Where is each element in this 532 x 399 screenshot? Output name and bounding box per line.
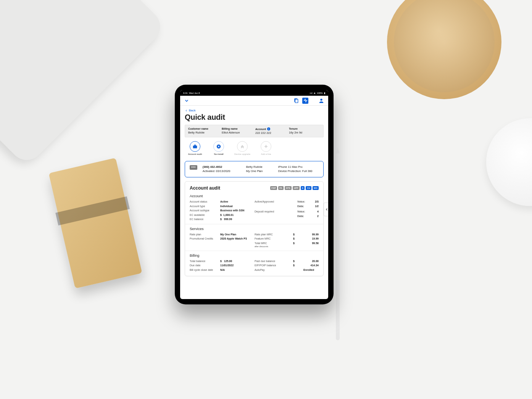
badge-d[interactable]: D [301, 186, 305, 190]
ipad-screen: 9:41 Wed Jun 8 ••ıl ◈ 100% ▮ [180, 90, 328, 299]
past-due-label: Past due balance [255, 259, 281, 264]
action-no-install[interactable]: No-install [210, 141, 227, 156]
user-icon[interactable] [318, 98, 324, 104]
line-name: Betty Rubble [246, 165, 273, 169]
chevron-up-double-icon [240, 144, 245, 149]
total-balance-label: Total balance [190, 259, 205, 264]
voice-label: Voice: [297, 200, 309, 204]
page-title: Quick audit [185, 113, 324, 122]
action-add-a-line[interactable]: Add a line [257, 141, 275, 156]
badge-eps[interactable]: EPS [285, 186, 292, 190]
plus-icon [263, 144, 269, 149]
top-bar [180, 96, 328, 106]
action-no-install-label: No-install [214, 153, 223, 156]
data-value: 1/2 [309, 204, 319, 209]
background-laptop [0, 0, 167, 167]
action-device-upgrade-label: Device upgrade [234, 153, 250, 156]
data-label: Data: [297, 204, 309, 209]
status-date: Wed Jun 8 [189, 92, 200, 94]
account-info-bar: Customer name Betty Rubble Billing name … [185, 125, 324, 137]
deposit-data-value: 2 [309, 214, 319, 219]
action-account-audit-label: Account audit [188, 153, 202, 156]
section-billing-title: Billing [190, 253, 319, 257]
status-bar: 9:41 Wed Jun 8 ••ıl ◈ 100% ▮ [180, 90, 328, 96]
rate-plan-value: My One Plan [220, 232, 251, 237]
line-activated: Activated: 03/13/2020 [203, 169, 241, 174]
billing-name-value: Elliot Alderson [222, 131, 248, 134]
action-row: Account audit No-install Device upgrade … [186, 141, 324, 156]
account-type-label: Account type [190, 204, 205, 209]
briefcase-icon [192, 144, 198, 149]
account-audit-title: Account audit [190, 185, 220, 191]
section-services-title: Services [190, 227, 319, 231]
badge-hpp[interactable]: HPP [293, 186, 300, 190]
badge-fdp[interactable]: FDP [270, 186, 277, 190]
rate-mrc-value: 99.99 [309, 232, 319, 237]
background-wood-disc [387, 0, 501, 99]
active-approved-label: Active/Approved [255, 200, 281, 204]
autopay-value: Enrolled [303, 268, 319, 272]
customer-name-label: Customer name [188, 127, 215, 130]
expand-button[interactable] [184, 98, 189, 103]
bill-cycle-label: Bill cycle close date [190, 268, 213, 272]
account-status-value: Active [220, 200, 251, 204]
due-date-label: Due date [190, 263, 200, 268]
eip-label: EIP/POIP balance [255, 263, 281, 268]
background-shell [486, 118, 532, 206]
badge-ch[interactable]: CH [306, 186, 311, 190]
account-audit-card: Account audit FDPPAEPSHPPDCHWO Account A… [185, 181, 324, 276]
past-due-value: 20.00 [309, 259, 319, 264]
svg-point-2 [320, 98, 322, 100]
status-right: ••ıl ◈ 100% ▮ [310, 92, 325, 94]
line-device: iPhone 11 Max Pro [278, 165, 313, 169]
ec-balance-value: 999.99 [224, 218, 232, 220]
account-label: Account [255, 128, 266, 130]
voi-badge: VOI [190, 165, 197, 170]
deposit-required-label: Deposit required [255, 209, 281, 214]
side-panel-toggle[interactable] [324, 203, 328, 216]
back-button[interactable]: Back [185, 109, 324, 112]
account-subtype-label: Account subtype [190, 208, 210, 213]
billing-name-label: Billing name [222, 127, 248, 130]
account-value: 222 222 222 [255, 131, 282, 135]
line-card[interactable]: VOI (360) 432-4932 Activated: 03/13/2020… [185, 161, 324, 177]
promo-credits-label: Promotional Credits [190, 237, 213, 241]
deposit-voice-value: 4 [309, 209, 319, 214]
promo-credits-value: 2020 Apple Watch P3 [220, 237, 251, 241]
tenure-label: Tenure [289, 127, 316, 130]
pulse-icon[interactable] [302, 98, 308, 104]
status-time: 9:41 [183, 92, 188, 94]
svg-rect-1 [295, 99, 298, 103]
line-plan: My One Plan [246, 169, 273, 174]
account-status-label: Account status [190, 200, 207, 204]
account-type-value: Individual [220, 204, 251, 209]
badge-row: FDPPAEPSHPPDCHWO [270, 186, 319, 190]
ec-available-value: 1,000.01 [223, 214, 234, 216]
badge-pa[interactable]: PA [278, 186, 284, 190]
account-subtype-value: Business with SSN [220, 208, 251, 213]
svg-rect-3 [193, 146, 197, 148]
wifi-icon: ◈ [314, 92, 316, 94]
total-balance-value: 125.00 [224, 260, 232, 262]
background-wood-stand [48, 158, 142, 289]
billing-name-field: Billing name Elliot Alderson [222, 127, 248, 135]
after-discounts-label: after discounts [255, 245, 281, 248]
main-content: Back Quick audit Customer name Betty Rub… [180, 106, 328, 299]
rate-plan-label: Rate plan [190, 232, 201, 237]
feature-mrc-label: Feature MRC [255, 237, 281, 241]
info-icon[interactable]: i [267, 127, 270, 130]
rate-mrc-label: Rate plan MRC [255, 232, 281, 237]
voice-value: 2/3 [309, 200, 319, 204]
action-account-audit[interactable]: Account audit [186, 141, 204, 156]
back-label: Back [189, 109, 196, 112]
total-mrc-value: 99.58 [309, 241, 319, 246]
customer-name-value: Betty Rubble [188, 131, 215, 134]
action-add-a-line-label: Add a line [261, 153, 271, 156]
signal-icon: ••ıl [310, 92, 312, 94]
account-number-field: Accounti 222 222 222 [255, 127, 282, 135]
autopay-label: AutoPay [255, 268, 281, 272]
ec-available-label: EC available [190, 213, 205, 217]
action-device-upgrade[interactable]: Device upgrade [234, 141, 251, 156]
documents-icon[interactable] [293, 98, 299, 104]
badge-wo[interactable]: WO [313, 186, 319, 190]
